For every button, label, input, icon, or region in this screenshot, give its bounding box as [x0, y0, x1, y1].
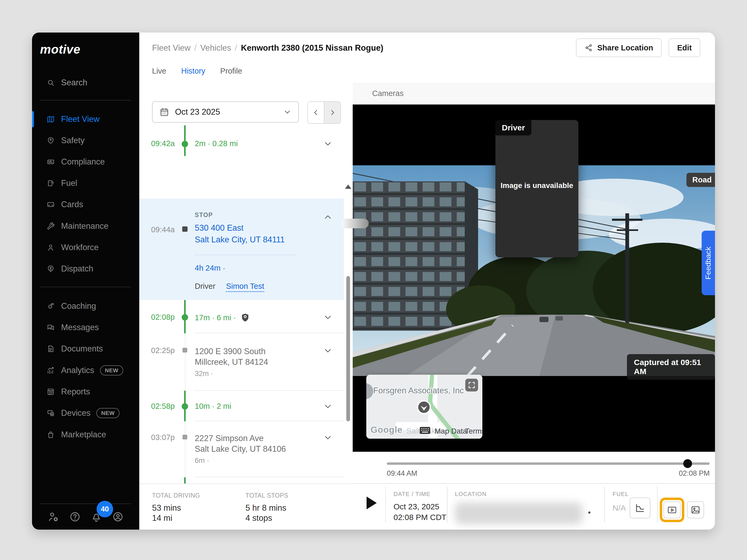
tab-live[interactable]: Live [152, 67, 166, 83]
stop-marker [182, 435, 187, 439]
expand-row-button[interactable] [323, 346, 333, 356]
timeline-row-stop[interactable]: 03:07p 2227 Simpson Ave Salt Lake City, … [139, 421, 344, 477]
sidebar-item-compliance[interactable]: Compliance [32, 153, 139, 170]
terms-link[interactable]: Terms [465, 427, 482, 435]
breadcrumb: Fleet View / Vehicles / Kenworth 2380 (2… [152, 43, 383, 53]
scroll-up-arrow[interactable] [345, 185, 351, 189]
driver-image-unavailable-text: Image is unavailable [495, 181, 578, 190]
shield-icon [47, 136, 55, 144]
map-data-link[interactable]: Map Data [435, 427, 467, 435]
map-icon [47, 115, 55, 123]
device-icon [47, 409, 55, 417]
feedback-tab[interactable]: Feedback [702, 231, 715, 295]
map-poi-label: Forsgren Associates, Inc [373, 386, 464, 396]
chevron-down-icon [283, 108, 291, 116]
sidebar-item-messages[interactable]: Messages [32, 319, 139, 336]
snapshot-button[interactable] [687, 501, 704, 518]
vehicle-marker-icon[interactable] [416, 399, 432, 416]
location-label: LOCATION [455, 491, 487, 498]
sidebar-item-maintenance[interactable]: Maintenance [32, 218, 139, 235]
tab-profile[interactable]: Profile [220, 67, 242, 83]
admin-settings-button[interactable] [48, 511, 59, 523]
sidebar-item-label: Devices [61, 408, 91, 418]
timeline-row-trip[interactable]: 02:58p 10m · 2 mi [139, 391, 344, 421]
sidebar-item-cards[interactable]: Cards [32, 196, 139, 213]
previous-day-button[interactable] [308, 102, 324, 123]
stop-time: 02:25p [139, 346, 175, 355]
sidebar: motive Search Fleet View Safety Complian… [32, 32, 139, 530]
breadcrumb-vehicles[interactable]: Vehicles [200, 43, 231, 53]
sidebar-item-dispatch[interactable]: Dispatch [32, 260, 139, 277]
timeline-scrollbar[interactable] [346, 276, 350, 421]
total-driving-time: 53 mins [152, 503, 200, 513]
sidebar-item-safety[interactable]: Safety [32, 132, 139, 149]
map-inset[interactable]: Forsgren Associates, Inc Google Salt Lak… [366, 375, 482, 439]
help-button[interactable] [69, 511, 81, 523]
panel-resize-handle[interactable] [341, 219, 369, 228]
driver-label: Driver [195, 282, 215, 292]
share-location-button[interactable]: Share Location [576, 38, 662, 57]
sidebar-footer [32, 504, 139, 530]
account-button[interactable] [112, 511, 124, 523]
playback-details-bar: DATE / TIME Oct 23, 2025 02:08 PM CDT LO… [353, 483, 715, 530]
search-input[interactable]: Search [32, 74, 139, 91]
video-playback-button[interactable] [664, 501, 680, 518]
trip-time: 02:08p [139, 313, 175, 322]
trip-time: 02:58p [139, 402, 175, 411]
sidebar-item-documents[interactable]: Documents [32, 340, 139, 357]
driver-camera-card: Driver Image is unavailable [495, 120, 578, 257]
timeline-row-trip[interactable]: 09:42a 2m · 0.28 mi [139, 125, 344, 156]
address-line2: Salt Lake City, UT 84106 [195, 444, 286, 454]
tab-history[interactable]: History [181, 67, 205, 83]
next-day-button[interactable] [324, 102, 340, 123]
sidebar-item-fleet-view[interactable]: Fleet View [32, 111, 139, 128]
date-picker[interactable]: Oct 23 2025 [152, 101, 299, 123]
address-line1: 1200 E 3900 South [195, 346, 268, 357]
report-icon [47, 388, 55, 396]
stop-time: 09:44a [139, 225, 175, 234]
timeline-row-stop-expanded[interactable]: STOP 09:44a 530 400 East Salt Lake City,… [139, 199, 344, 300]
sidebar-item-label: Messages [61, 323, 99, 332]
notification-count-badge[interactable]: 40 [97, 501, 113, 517]
whistle-icon [47, 302, 55, 310]
fuel-chart-button[interactable] [629, 498, 650, 518]
sidebar-item-devices[interactable]: Devices NEW [32, 404, 139, 422]
sidebar-item-reports[interactable]: Reports [32, 383, 139, 400]
expand-row-button[interactable] [323, 139, 333, 149]
tab-bar: Live History Profile [152, 67, 242, 83]
sidebar-item-marketplace[interactable]: Marketplace [32, 426, 139, 443]
address-line2: Millcreek, UT 84124 [195, 357, 268, 368]
expand-row-button[interactable] [323, 313, 333, 322]
map-expand-button[interactable] [465, 379, 478, 392]
safety-event-icon[interactable] [240, 313, 250, 322]
play-button[interactable] [366, 497, 377, 509]
sidebar-item-analytics[interactable]: Analytics NEW [32, 362, 139, 379]
screen: motive Search Fleet View Safety Complian… [0, 0, 747, 560]
collapse-row-button[interactable] [323, 213, 333, 222]
sidebar-item-coaching[interactable]: Coaching [32, 298, 139, 315]
expand-row-button[interactable] [323, 433, 333, 443]
stop-address-link[interactable]: 530 400 East Salt Lake City, UT 84111 [195, 222, 285, 246]
scrubber-track[interactable] [387, 462, 710, 465]
edit-button[interactable]: Edit [669, 38, 700, 57]
fuel-label: FUEL [613, 491, 628, 498]
sidebar-item-workforce[interactable]: Workforce [32, 239, 139, 256]
breadcrumb-separator: / [194, 43, 197, 53]
scrubber-thumb[interactable] [683, 459, 692, 468]
wrench-icon [47, 222, 55, 230]
timeline-row-stop[interactable]: 02:25p 1200 E 3900 South Millcreek, UT 8… [139, 334, 344, 391]
driver-name-link[interactable]: Simon Test [226, 282, 264, 292]
total-driving-distance: 14 mi [152, 513, 200, 523]
breadcrumb-separator: / [235, 43, 237, 53]
trip-time: 09:42a [139, 139, 175, 148]
timeline-row-trip[interactable]: 02:08p 17m · 6 mi · [139, 300, 344, 334]
sidebar-item-fuel[interactable]: Fuel [32, 175, 139, 192]
breadcrumb-fleet-view[interactable]: Fleet View [152, 43, 190, 53]
motive-logo: motive [40, 42, 80, 56]
dispatch-pin-icon [47, 265, 55, 273]
bag-icon [47, 431, 55, 439]
expand-row-button[interactable] [323, 402, 333, 411]
timeline-row-trip[interactable]: 03:14p 9m · 2 mi · [139, 477, 344, 484]
new-badge: NEW [96, 408, 120, 418]
keyboard-icon[interactable] [420, 427, 430, 435]
